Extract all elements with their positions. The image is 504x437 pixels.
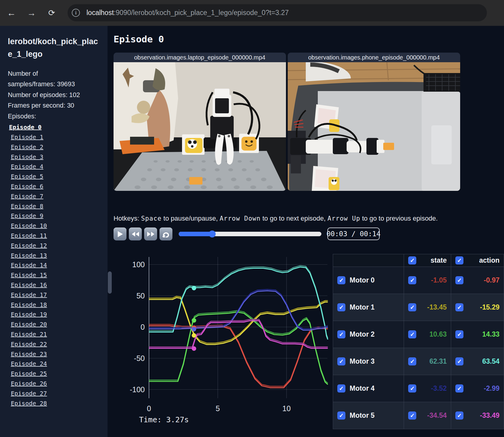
episode-link[interactable]: Episode 0 [9, 122, 108, 132]
action-header-label: action [479, 256, 499, 264]
motor-action-checkbox[interactable]: ✓ [455, 330, 463, 338]
lego-baseplate [114, 151, 286, 191]
motor-checkbox[interactable]: ✓ [337, 303, 345, 311]
video-title-phone: observation.images.phone_episode_000000.… [288, 53, 460, 62]
episode-link[interactable]: Episode 9 [9, 211, 108, 221]
episode-link[interactable]: Episode 6 [9, 182, 108, 191]
video-panel-laptop[interactable]: observation.images.laptop_episode_000000… [114, 53, 286, 191]
motor-action-value: -0.97 [484, 276, 499, 284]
play-button[interactable] [114, 228, 126, 240]
main-content: Episode 0 observation.images.laptop_epis… [108, 26, 504, 437]
motor-label: Motor 2 [350, 330, 375, 338]
page-title: Episode 0 [114, 34, 164, 44]
episode-link[interactable]: Episode 17 [9, 290, 108, 300]
motor-action-checkbox[interactable]: ✓ [455, 357, 463, 365]
episode-link[interactable]: Episode 22 [9, 339, 108, 349]
episode-link[interactable]: Episode 14 [9, 260, 108, 270]
motor-state-checkbox[interactable]: ✓ [408, 303, 416, 311]
seek-slider-fill [179, 232, 212, 236]
episode-link[interactable]: Episode 5 [9, 172, 108, 182]
episode-link[interactable]: Episode 10 [9, 221, 108, 231]
episode-link[interactable]: Episode 4 [9, 162, 108, 172]
episode-link[interactable]: Episode 25 [9, 369, 108, 379]
motor-chart-canvas[interactable]: 100500-50-1000510 [114, 249, 329, 415]
fast-forward-button[interactable] [144, 228, 157, 240]
seek-slider[interactable] [179, 232, 321, 236]
motor-state-checkbox[interactable]: ✓ [408, 411, 416, 420]
smiley-box [239, 134, 259, 153]
episode-link[interactable]: Episode 27 [9, 389, 108, 399]
dataset-title: lerobot/koch_pick_place_1_lego [8, 35, 99, 61]
stat-samples: Number of samples/frames: 39693 [8, 69, 87, 90]
motor-state-checkbox[interactable]: ✓ [408, 276, 416, 284]
hotkey-key: Arrow Up [327, 215, 360, 222]
svg-text:5: 5 [216, 404, 220, 413]
episode-link[interactable]: Episode 19 [9, 310, 108, 319]
hotkeys-help: Hotkeys: Space to pause/unpause, Arrow D… [114, 215, 438, 222]
site-info-icon[interactable]: i [72, 9, 80, 17]
episode-link[interactable]: Episode 26 [9, 379, 108, 389]
video-panel-phone[interactable]: observation.images.phone_episode_000000.… [288, 53, 460, 191]
episode-link[interactable]: Episode 21 [9, 329, 108, 339]
motor-action-checkbox[interactable]: ✓ [455, 411, 463, 420]
header-action: ✓action [451, 254, 504, 267]
motor-state-checkbox[interactable]: ✓ [408, 330, 416, 338]
motor-chart: 100500-50-1000510 Time: 3.27s [114, 249, 329, 437]
motor-label: Motor 0 [350, 276, 375, 284]
episode-link[interactable]: Episode 11 [9, 231, 108, 241]
motor-state-checkbox[interactable]: ✓ [408, 357, 416, 365]
laptop [422, 73, 460, 191]
motor-state-checkbox[interactable]: ✓ [408, 384, 416, 393]
motor-row-0: ✓Motor 0✓-1.05✓-0.97 [333, 267, 504, 294]
episode-link[interactable]: Episode 28 [9, 399, 108, 408]
episode-link[interactable]: Episode 20 [9, 319, 108, 329]
back-icon[interactable]: ← [5, 7, 18, 19]
motor-action-checkbox[interactable]: ✓ [455, 276, 463, 284]
header-state: ✓state [404, 254, 451, 267]
motor-checkbox[interactable]: ✓ [337, 330, 345, 338]
episode-link[interactable]: Episode 2 [9, 142, 108, 152]
seek-slider-thumb[interactable] [209, 231, 216, 237]
motor-label: Motor 5 [350, 411, 375, 420]
episode-link[interactable]: Episode 12 [9, 241, 108, 251]
episode-link[interactable]: Episode 18 [9, 300, 108, 310]
motor-checkbox[interactable]: ✓ [337, 411, 345, 420]
action-column-checkbox[interactable]: ✓ [455, 256, 463, 264]
state-column-checkbox[interactable]: ✓ [408, 256, 416, 264]
address-bar[interactable]: i localhost:9090/lerobot/koch_pick_place… [68, 4, 487, 21]
episode-link[interactable]: Episode 1 [9, 132, 108, 142]
episode-link[interactable]: Episode 3 [9, 152, 108, 162]
svg-text:100: 100 [132, 260, 145, 269]
motor-checkbox[interactable]: ✓ [337, 276, 345, 284]
motor-table: ✓state ✓action ✓Motor 0✓-1.05✓-0.97✓Moto… [333, 254, 504, 429]
rewind-button[interactable] [129, 228, 142, 240]
motor-action-checkbox[interactable]: ✓ [455, 303, 463, 311]
loop-button[interactable] [159, 228, 172, 240]
stat-fps: Frames per second: 30 [8, 100, 87, 111]
motor-row-2: ✓Motor 2✓10.63✓14.33 [333, 321, 504, 348]
chart-time-label: Time: 3.27s [139, 415, 189, 424]
loop-icon [162, 231, 170, 237]
episode-link[interactable]: Episode 16 [9, 280, 108, 290]
episode-link[interactable]: Episode 23 [9, 349, 108, 359]
episode-link[interactable]: Episode 7 [9, 191, 108, 201]
laptop-camera-video[interactable] [114, 62, 286, 191]
motor-checkbox[interactable]: ✓ [337, 384, 345, 393]
motor-state-value: -34.54 [427, 411, 447, 420]
url-text[interactable]: localhost:9090/lerobot/koch_pick_place_1… [87, 9, 289, 17]
episode-link[interactable]: Episode 8 [9, 201, 108, 211]
scrollbar-thumb[interactable] [108, 271, 112, 294]
motor-action-value: 14.33 [482, 330, 499, 338]
motor-action-value: -33.49 [480, 411, 499, 420]
episode-link[interactable]: Episode 15 [9, 270, 108, 280]
phone-camera-video[interactable] [288, 62, 460, 191]
stat-episodes: Number of episodes: 102 [8, 90, 87, 101]
sidebar: lerobot/koch_pick_place_1_lego Number of… [0, 26, 108, 437]
motor-action-checkbox[interactable]: ✓ [455, 384, 463, 393]
episode-link[interactable]: Episode 13 [9, 251, 108, 261]
episode-link[interactable]: Episode 24 [9, 359, 108, 369]
forward-icon[interactable]: → [25, 7, 38, 19]
control-board [130, 137, 154, 145]
reload-icon[interactable]: ⟳ [45, 7, 58, 19]
motor-checkbox[interactable]: ✓ [337, 357, 345, 365]
